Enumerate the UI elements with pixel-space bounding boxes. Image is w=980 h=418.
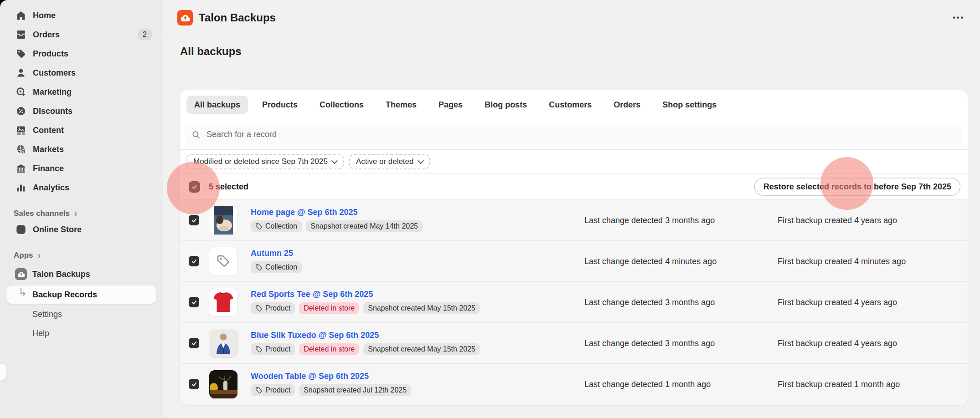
last-change-text: Last change detected 3 months ago <box>584 215 715 225</box>
sidebar-nav: HomeOrders2ProductsCustomersMarketingDis… <box>0 0 163 197</box>
tab-collections[interactable]: Collections <box>312 96 371 114</box>
chevron-down-icon <box>331 158 338 164</box>
tag-icon <box>255 223 263 230</box>
last-change-text: Last change detected 3 months ago <box>584 338 715 348</box>
snapshot-badge: Snapshot created May 15th 2025 <box>363 343 480 355</box>
cat-photo-thumbnail <box>209 206 237 234</box>
tab-all-backups[interactable]: All backups <box>186 96 248 114</box>
sidebar-item-talon-backups[interactable]: Talon Backups <box>0 265 163 284</box>
backup-record-row[interactable]: Wooden Table @ Sep 6th 2025 Product Snap… <box>180 364 968 405</box>
apps-label: Apps <box>14 251 33 260</box>
sidebar-item-online-store[interactable]: Online Store <box>0 220 163 239</box>
discounts-icon <box>15 106 26 117</box>
record-title-link[interactable]: Red Sports Tee @ Sep 6th 2025 <box>251 289 373 299</box>
tab-products[interactable]: Products <box>254 96 305 114</box>
row-checkbox[interactable] <box>189 256 199 266</box>
chevron-down-icon <box>417 158 423 164</box>
tab-pages[interactable]: Pages <box>431 96 470 114</box>
tag-icon <box>255 305 263 312</box>
sidebar-item-label: Content <box>33 126 64 135</box>
sidebar-item-orders[interactable]: Orders2 <box>0 25 163 44</box>
tab-customers[interactable]: Customers <box>541 96 599 114</box>
record-title-link[interactable]: Home page @ Sep 6th 2025 <box>251 207 358 217</box>
sidebar-item-customers[interactable]: Customers <box>0 63 163 82</box>
search-input[interactable] <box>206 129 956 140</box>
customers-icon <box>15 67 26 78</box>
deleted-in-store-badge: Deleted in store <box>299 343 359 355</box>
home-icon <box>15 10 26 21</box>
sidebar-item-label: Home <box>33 11 56 20</box>
sidebar-item-products[interactable]: Products <box>0 44 163 63</box>
type-badge: Collection <box>251 220 302 232</box>
tag-icon <box>255 346 263 353</box>
tab-shop-settings[interactable]: Shop settings <box>655 96 724 114</box>
analytics-icon <box>15 182 26 193</box>
apps-header[interactable]: Apps › <box>0 249 163 262</box>
markets-icon: $ <box>15 144 26 155</box>
sidebar-item-label: Backup Records <box>32 290 97 300</box>
products-icon <box>15 48 26 59</box>
sales-channels-label: Sales channels <box>14 209 70 218</box>
sidebar-item-discounts[interactable]: Discounts <box>0 102 163 121</box>
more-menu-button[interactable]: ••• <box>950 11 967 25</box>
restore-selected-button[interactable]: Restore selected records to before Sep 7… <box>754 178 960 196</box>
page-title: All backups <box>180 45 242 58</box>
filter-chip-modified-or-deleted-since-sep-7th-2025[interactable]: Modified or deleted since Sep 7th 2025 <box>186 154 344 169</box>
records-list: Home page @ Sep 6th 2025 Collection Snap… <box>180 200 968 405</box>
tag-icon <box>255 387 263 394</box>
orders-icon <box>15 29 26 40</box>
row-checkbox[interactable] <box>189 338 199 348</box>
wooden-table-photo-thumbnail <box>209 370 237 398</box>
sidebar-item-help[interactable]: Help <box>0 324 163 343</box>
row-checkbox[interactable] <box>189 297 199 307</box>
sidebar-item-markets[interactable]: $Markets <box>0 140 163 159</box>
backup-record-row[interactable]: Blue Silk Tuxedo @ Sep 6th 2025 Product … <box>180 323 968 364</box>
sidebar-item-label: Finance <box>33 164 64 173</box>
search-box[interactable] <box>185 125 963 144</box>
select-all-checkbox[interactable] <box>189 181 200 193</box>
sidebar-item-home[interactable]: Home <box>0 6 163 25</box>
sidebar-item-settings[interactable]: Settings <box>0 305 163 324</box>
record-title-link[interactable]: Blue Silk Tuxedo @ Sep 6th 2025 <box>251 330 379 340</box>
sidebar-item-finance[interactable]: Finance <box>0 159 163 178</box>
red-tee-photo-thumbnail <box>209 288 237 316</box>
sidebar-item-marketing[interactable]: Marketing <box>0 82 163 102</box>
last-change-text: Last change detected 4 minutes ago <box>584 256 717 266</box>
backup-record-row[interactable]: Home page @ Sep 6th 2025 Collection Snap… <box>180 200 968 241</box>
sidebar-item-backup-records[interactable]: ↳ Backup Records <box>6 285 156 304</box>
tab-orders[interactable]: Orders <box>606 96 648 114</box>
sidebar-item-label: Orders <box>33 30 60 40</box>
first-backup-text: First backup created 4 years ago <box>778 215 897 225</box>
sidebar-item-content[interactable]: Content <box>0 121 163 140</box>
app-title: Talon Backups <box>199 11 276 24</box>
last-change-text: Last change detected 1 month ago <box>584 380 711 389</box>
backup-record-row[interactable]: Red Sports Tee @ Sep 6th 2025 Product De… <box>180 282 968 323</box>
filter-chip-active-or-deleted[interactable]: Active or deleted <box>349 154 430 169</box>
sales-channels-header[interactable]: Sales channels › <box>0 207 163 220</box>
selection-header-row: 5 selected Restore selected records to b… <box>180 174 968 200</box>
sidebar-item-analytics[interactable]: Analytics <box>0 178 163 197</box>
talon-backups-app-icon <box>15 268 27 280</box>
first-backup-text: First backup created 4 years ago <box>778 338 897 348</box>
record-title-link[interactable]: Autumn 25 <box>251 248 293 258</box>
row-checkbox[interactable] <box>189 379 199 389</box>
search-icon <box>191 130 201 139</box>
collection-placeholder-thumbnail <box>209 247 237 275</box>
first-backup-text: First backup created 1 month ago <box>778 380 900 389</box>
type-badge: Product <box>251 343 295 355</box>
search-row <box>180 119 968 150</box>
sidebar-item-label: Talon Backups <box>32 270 90 279</box>
talon-backups-logo-icon <box>177 10 193 25</box>
type-badge: Product <box>251 384 295 396</box>
blue-tuxedo-photo-thumbnail <box>209 329 237 357</box>
backups-card: All backupsProductsCollectionsThemesPage… <box>180 90 968 405</box>
sidebar-item-label: Help <box>32 329 49 338</box>
type-badge: Product <box>251 302 295 314</box>
tab-blog-posts[interactable]: Blog posts <box>477 96 535 114</box>
chevron-right-icon: › <box>38 250 41 260</box>
row-checkbox[interactable] <box>189 215 199 225</box>
tab-themes[interactable]: Themes <box>378 96 424 114</box>
record-title-link[interactable]: Wooden Table @ Sep 6th 2025 <box>251 371 369 381</box>
selected-count: 5 selected <box>209 182 248 192</box>
backup-record-row[interactable]: Autumn 25 Collection Last change detecte… <box>180 241 968 282</box>
